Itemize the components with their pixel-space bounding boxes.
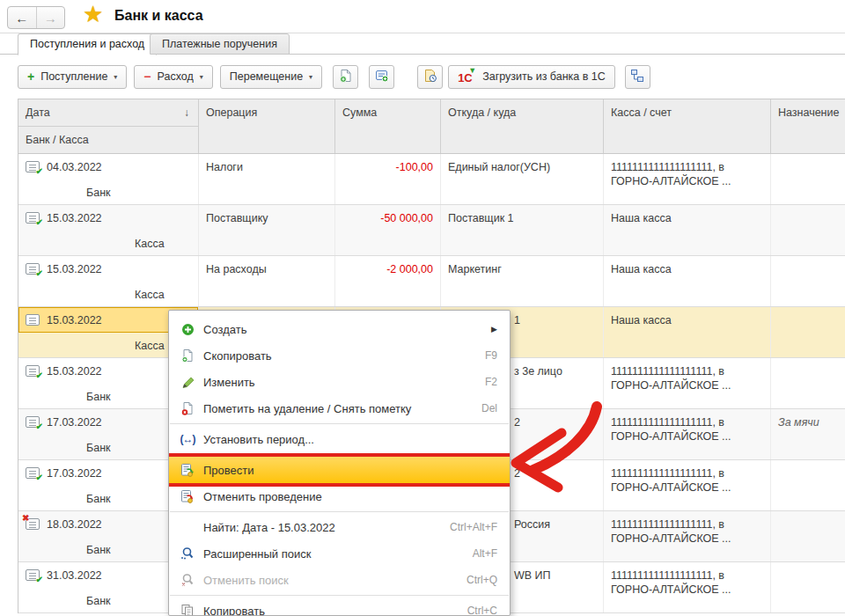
- menu-item-edit[interactable]: Изменить F2: [169, 369, 510, 395]
- unpost-document-icon: [180, 489, 195, 503]
- document-clock-icon: [423, 69, 437, 85]
- document-unposted-icon: [26, 314, 40, 326]
- row-account: Наша касса: [604, 256, 771, 306]
- document-posted-icon: [26, 161, 40, 172]
- row-account: 1111111111111111111, вГОРНО-АЛТАЙСКОЕ ..…: [604, 460, 771, 510]
- tab-payment-orders[interactable]: Платежные поручения: [150, 33, 290, 55]
- copy-icon: [180, 604, 195, 616]
- search-icon: [180, 546, 195, 561]
- forward-icon: →: [44, 11, 57, 26]
- row-date: 15.03.2022: [47, 212, 102, 224]
- row-from-to: WB ИП: [514, 569, 551, 582]
- tab-receipts-expense[interactable]: Поступления и расход: [18, 33, 157, 55]
- no-icon: [180, 520, 195, 534]
- column-header-account[interactable]: Касса / счет: [604, 99, 771, 153]
- receipt-button[interactable]: + Поступление ▾: [18, 65, 127, 89]
- history-nav: ← →: [7, 6, 65, 29]
- expense-label: Расход: [158, 70, 194, 83]
- app-window: ← → ★ Банк и касса Поступления и расход …: [0, 0, 845, 616]
- menu-item-copy-clipboard[interactable]: Копировать Ctrl+C: [169, 598, 510, 616]
- list-plus-icon: [375, 69, 389, 85]
- row-date: 18.03.2022: [47, 518, 102, 531]
- chevron-down-icon: ▾: [114, 73, 117, 81]
- scheduled-document-button[interactable]: [417, 65, 443, 89]
- receipt-label: Поступление: [40, 70, 107, 83]
- new-register-entry-button[interactable]: [369, 65, 394, 89]
- row-account: 1111111111111111111, вГОРНО-АЛТАЙСКОЕ ..…: [604, 154, 771, 204]
- table-row[interactable]: 15.03.2022Касса На расходы -2 000,00 Мар…: [18, 256, 845, 307]
- row-account: Наша касса: [604, 307, 771, 357]
- row-from-to: Маркетинг: [448, 256, 596, 282]
- create-icon: [180, 322, 195, 336]
- row-account: 1111111111111111111, вГОРНО-АЛТАЙСКОЕ ..…: [604, 358, 771, 408]
- new-document-icon: [339, 69, 353, 85]
- search-cancel-icon: [180, 573, 195, 587]
- context-menu: Создать ▶ Скопировать F9 Изменить F2 Пом…: [168, 310, 511, 616]
- row-from-to: 1: [514, 314, 520, 326]
- row-date: 31.03.2022: [47, 569, 102, 582]
- row-group-label: Касса: [135, 231, 198, 255]
- document-marked-deleted-icon: [26, 518, 40, 530]
- row-from-to: з 3е лицо: [514, 365, 562, 378]
- row-account: 1111111111111111111, вГОРНО-АЛТАЙСКОЕ ..…: [604, 511, 771, 561]
- column-header-from-to[interactable]: Откуда / куда: [441, 99, 604, 153]
- menu-item-create[interactable]: Создать ▶: [169, 316, 510, 342]
- structure-icon: [630, 69, 644, 85]
- column-header-purpose[interactable]: Назначение: [771, 99, 845, 153]
- row-from-to: 2: [514, 467, 520, 480]
- table-row[interactable]: 15.03.2022Касса Поставщику -50 000,00 По…: [18, 205, 845, 256]
- menu-item-mark-for-deletion[interactable]: Пометить на удаление / Снять пометку Del: [169, 395, 510, 422]
- back-button[interactable]: ←: [8, 7, 37, 28]
- document-posted-icon: [26, 263, 40, 275]
- menu-item-copy-document[interactable]: Скопировать F9: [169, 342, 510, 369]
- menu-item-advanced-search[interactable]: Расширенный поиск Alt+F: [169, 540, 510, 567]
- row-from-to: Единый налог(УСН): [448, 154, 596, 180]
- row-amount: -50 000,00: [342, 205, 433, 231]
- new-document-button[interactable]: [333, 65, 358, 89]
- row-from-to: Россия: [514, 518, 550, 531]
- load-from-bank-icon: 1С ▼: [458, 70, 477, 84]
- document-posted-icon: [26, 569, 40, 581]
- expense-button[interactable]: − Расход ▾: [134, 65, 212, 89]
- row-account: 1111111111111111111, вГОРНО-АЛТАЙСКОЕ ..…: [604, 562, 771, 612]
- menu-item-find[interactable]: Найти: Дата - 15.03.2022 Ctrl+Alt+F: [169, 514, 510, 540]
- row-group-label: Банк: [86, 180, 198, 204]
- title-bar: ← → ★ Банк и касса: [0, 0, 845, 33]
- table-row[interactable]: 04.03.2022Банк Налоги -100,00 Единый нал…: [18, 154, 845, 205]
- table-header: Дата ↓ Банк / Касса Операция Сумма Откуд…: [18, 99, 845, 154]
- row-date: 15.03.2022: [47, 314, 102, 326]
- row-operation: Налоги: [206, 154, 327, 180]
- chevron-down-icon: ▾: [200, 73, 203, 81]
- row-account: 1111111111111111111, вГОРНО-АЛТАЙСКОЕ ..…: [604, 409, 771, 459]
- tab-strip: Поступления и расход Платежные поручения: [0, 33, 845, 55]
- menu-item-set-period[interactable]: (↔) Установить период...: [169, 426, 510, 452]
- document-posted-icon: [26, 212, 40, 224]
- menu-item-post[interactable]: Провести: [169, 457, 510, 483]
- row-date: 17.03.2022: [47, 467, 102, 480]
- row-account: Наша касса: [604, 205, 771, 255]
- menu-item-unpost[interactable]: Отменить проведение: [169, 483, 510, 510]
- row-date: 04.03.2022: [47, 161, 102, 173]
- submenu-arrow-icon: ▶: [491, 325, 497, 334]
- related-documents-button[interactable]: [625, 65, 650, 89]
- forward-button[interactable]: →: [37, 7, 65, 28]
- load-from-bank-button[interactable]: 1С ▼ Загрузить из банка в 1С: [448, 65, 615, 89]
- page-title: Банк и касса: [114, 8, 203, 24]
- column-header-amount[interactable]: Сумма: [335, 99, 441, 153]
- column-header-date[interactable]: Дата ↓ Банк / Касса: [18, 99, 199, 153]
- favorite-star-icon[interactable]: ★: [83, 1, 103, 28]
- toolbar: + Поступление ▾ − Расход ▾ Перемещение ▾: [0, 55, 845, 98]
- load-from-bank-label: Загрузить из банка в 1С: [482, 70, 606, 83]
- row-operation: На расходы: [206, 256, 327, 282]
- menu-separator: [170, 454, 509, 455]
- row-group-label: Касса: [135, 282, 198, 306]
- transfer-button[interactable]: Перемещение ▾: [220, 65, 322, 89]
- column-header-operation[interactable]: Операция: [199, 99, 335, 153]
- row-purpose: За мячи: [778, 416, 819, 429]
- copy-document-icon: [180, 348, 195, 363]
- row-date: 15.03.2022: [47, 263, 102, 275]
- mark-delete-icon: [180, 401, 195, 415]
- period-icon: (↔): [180, 432, 195, 446]
- menu-separator: [170, 423, 509, 424]
- row-amount: -100,00: [342, 154, 433, 180]
